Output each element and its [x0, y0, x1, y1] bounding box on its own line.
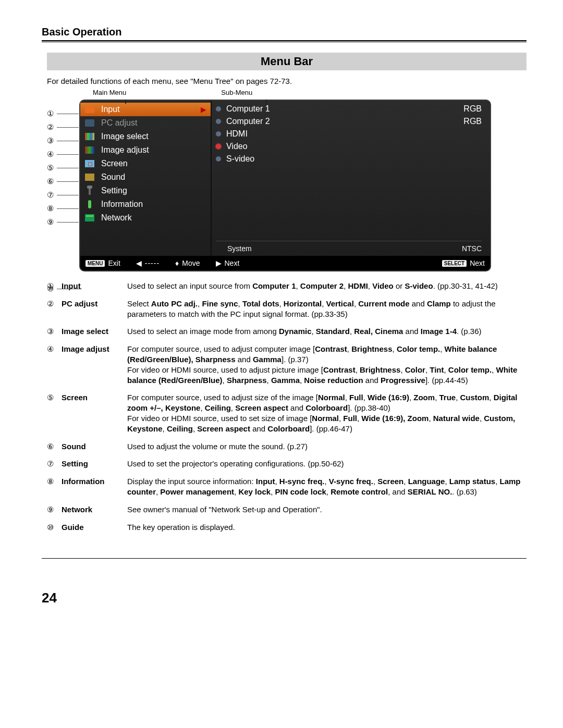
- sub-menu-label: HDMI: [226, 129, 248, 139]
- intro-text: For detailed functions of each menu, see…: [47, 77, 527, 85]
- main-menu-information[interactable]: Information: [80, 198, 211, 211]
- main-menu-image-select[interactable]: Image select: [80, 130, 211, 143]
- desc-number: ②: [47, 299, 62, 319]
- desc-term: Sound: [62, 441, 127, 452]
- setting-icon: [83, 186, 96, 196]
- desc-number: ⑧: [47, 476, 62, 497]
- main-menu-label: Network: [101, 213, 132, 223]
- callout-7: ⑦: [47, 190, 54, 200]
- sub-menu-computer-1[interactable]: Computer 1 RGB: [216, 103, 482, 115]
- main-menu-label: Information: [101, 200, 143, 209]
- triangle-left-icon: ◀: [136, 259, 142, 267]
- sub-menu-label: Computer 2: [226, 117, 270, 126]
- desc-number: ⑤: [47, 392, 62, 434]
- input-icon: [83, 104, 96, 115]
- osd-screen: Input ▶ PC adjust Image select Image adj…: [79, 100, 491, 272]
- desc-body: Select Auto PC adj., Fine sync, Total do…: [127, 299, 527, 319]
- tick-sub: [266, 100, 267, 104]
- main-menu-image-adjust[interactable]: Image adjust: [80, 143, 211, 157]
- up-down-arrows-icon: ♦: [175, 259, 179, 267]
- system-label: System: [227, 244, 252, 253]
- bullet-icon: [216, 106, 221, 112]
- callout-3: ③: [47, 136, 54, 145]
- label-main-menu: Main Menu: [93, 89, 126, 96]
- description-row: ①InputUsed to select an input source fro…: [47, 281, 527, 291]
- sub-menu-right: RGB: [463, 117, 482, 126]
- sub-menu-label: Video: [226, 142, 248, 151]
- callout-9: ⑨: [47, 217, 54, 227]
- guide-select-next-label: Next: [470, 259, 485, 267]
- guide-next-label: Next: [225, 259, 240, 267]
- bullet-selected-icon: [216, 144, 221, 149]
- label-sub-menu: Sub-Menu: [221, 89, 252, 96]
- rule-thin: [42, 42, 527, 42]
- description-row: ③Image selectUsed to select an image mod…: [47, 326, 527, 337]
- description-row: ⑧InformationDisplay the input source inf…: [47, 476, 527, 497]
- desc-number: ⑥: [47, 441, 62, 452]
- main-menu-sound[interactable]: Sound: [80, 170, 211, 184]
- desc-body: Used to adjust the volume or mute the so…: [127, 441, 527, 452]
- desc-body: For computer source, used to adjust size…: [127, 392, 527, 434]
- sub-menu-s-video[interactable]: S-video: [216, 153, 482, 165]
- main-menu-pc-adjust[interactable]: PC adjust: [80, 116, 211, 130]
- osd-main-menu: Input ▶ PC adjust Image select Image adj…: [80, 101, 212, 256]
- sound-icon: [83, 172, 96, 182]
- main-menu-label: Sound: [101, 172, 125, 182]
- desc-body: Used to select an image mode from among …: [127, 326, 527, 337]
- sub-menu-computer-2[interactable]: Computer 2 RGB: [216, 115, 482, 128]
- callout-8: ⑧: [47, 204, 54, 213]
- desc-term: Screen: [62, 392, 127, 434]
- desc-number: ④: [47, 344, 62, 385]
- triangle-right-icon: ▶: [201, 105, 206, 114]
- desc-term: Image adjust: [62, 344, 127, 385]
- callout-10: ⑩: [47, 284, 54, 293]
- sub-menu-label: Computer 1: [226, 104, 270, 114]
- guide-back: ◀ -----: [136, 259, 160, 267]
- image-adjust-icon: [83, 145, 96, 155]
- menu-button-icon: MENU: [85, 260, 105, 267]
- desc-number: ⑩: [47, 522, 62, 533]
- select-button-icon: SELECT: [442, 260, 467, 267]
- main-menu-label: Setting: [101, 186, 127, 195]
- triangle-right-icon: ▶: [216, 259, 222, 267]
- guide-next-1: ▶ Next: [216, 259, 240, 267]
- main-menu-screen[interactable]: Screen: [80, 157, 211, 170]
- osd-sub-menu: Computer 1 RGB Computer 2 RGB HDMI Video: [212, 101, 490, 256]
- page-number: 24: [42, 590, 527, 606]
- desc-body: See owner's manual of "Network Set-up an…: [127, 504, 527, 515]
- desc-body: The key operation is displayed.: [127, 522, 527, 533]
- desc-term: Setting: [62, 459, 127, 469]
- main-menu-network[interactable]: Network: [80, 211, 211, 225]
- footer-rule: [42, 558, 527, 559]
- sub-menu-label: S-video: [226, 154, 254, 164]
- desc-number: ⑦: [47, 459, 62, 469]
- desc-body: For computer source, used to adjust comp…: [127, 344, 527, 385]
- desc-term: Network: [62, 504, 127, 515]
- guide-select-next: SELECT Next: [442, 259, 485, 267]
- description-row: ⑨NetworkSee owner's manual of "Network S…: [47, 504, 527, 515]
- callout-6: ⑥: [47, 177, 54, 186]
- guide-move: ♦ Move: [175, 259, 200, 267]
- sub-menu-hdmi[interactable]: HDMI: [216, 128, 482, 140]
- description-row: ⑩GuideThe key operation is displayed.: [47, 522, 527, 533]
- page-heading: Menu Bar: [47, 53, 527, 70]
- guide-exit-label: Exit: [108, 259, 120, 267]
- description-row: ②PC adjustSelect Auto PC adj., Fine sync…: [47, 299, 527, 319]
- sub-menu-system[interactable]: System NTSC: [216, 241, 482, 256]
- description-list: ①InputUsed to select an input source fro…: [47, 281, 527, 532]
- main-menu-label: Image select: [101, 132, 149, 141]
- guide-exit: MENU Exit: [85, 259, 120, 267]
- screen-icon: [83, 158, 96, 169]
- desc-term: Guide: [62, 522, 127, 533]
- sub-menu-video[interactable]: Video: [216, 140, 482, 153]
- description-row: ⑥SoundUsed to adjust the volume or mute …: [47, 441, 527, 452]
- main-menu-setting[interactable]: Setting: [80, 184, 211, 198]
- desc-term: Information: [62, 476, 127, 497]
- desc-number: ③: [47, 326, 62, 337]
- desc-number: ⑨: [47, 504, 62, 515]
- main-menu-input[interactable]: Input ▶: [80, 103, 211, 116]
- description-row: ⑦SettingUsed to set the projector's oper…: [47, 459, 527, 469]
- section-title: Basic Operation: [42, 26, 527, 38]
- guide-back-label: -----: [145, 259, 160, 267]
- system-value: NTSC: [462, 244, 482, 253]
